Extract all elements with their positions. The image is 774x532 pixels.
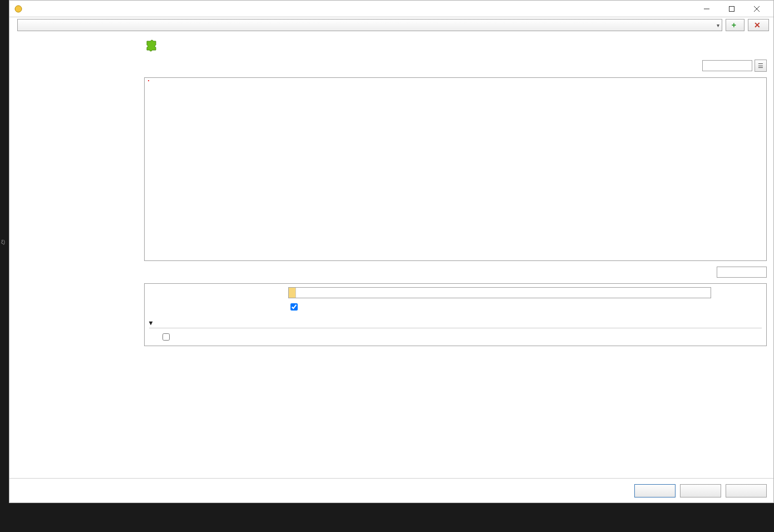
svg-rect-2 xyxy=(729,6,734,11)
x-icon: ✕ xyxy=(754,21,761,29)
configuration-bar: ▾ + ✕ xyxy=(9,17,773,33)
frameworks-filter-input[interactable] xyxy=(702,60,752,71)
annotation-highlight-box xyxy=(148,80,149,81)
page-header xyxy=(144,37,767,54)
delete-configuration-button[interactable]: ✕ xyxy=(748,19,769,31)
plus-icon: + xyxy=(732,21,736,29)
close-button[interactable] xyxy=(744,1,769,17)
puzzle-icon xyxy=(144,38,159,53)
maximize-button[interactable] xyxy=(719,1,744,17)
ok-button[interactable] xyxy=(634,484,676,497)
svg-point-0 xyxy=(15,6,22,12)
hal-sources-select[interactable] xyxy=(288,287,711,298)
chevron-down-icon: ▾ xyxy=(717,22,719,28)
project-properties-window: ▾ + ✕ ☰ xyxy=(9,0,774,503)
support-legacy-checkbox[interactable] xyxy=(290,303,298,311)
dialog-footer xyxy=(9,478,773,503)
filter-options-button[interactable]: ☰ xyxy=(755,60,767,72)
main-panel: ☰ xyxy=(142,33,773,478)
truncated-text: ξ) xyxy=(1,239,5,245)
sidebar xyxy=(9,33,142,478)
ll-section-header[interactable]: ▾ xyxy=(149,318,762,328)
hal-sources-selected xyxy=(289,288,296,298)
collapse-icon: ▾ xyxy=(149,319,152,327)
add-configuration-button[interactable]: + xyxy=(726,19,745,31)
titlebar xyxy=(9,1,773,17)
framework-config-panel: ▾ xyxy=(144,283,767,346)
minimize-button[interactable] xyxy=(694,1,719,17)
config-filter-input[interactable] xyxy=(717,267,767,278)
configuration-select[interactable]: ▾ xyxy=(17,19,722,31)
app-icon xyxy=(14,4,23,13)
frameworks-list xyxy=(144,77,767,261)
list-icon: ☰ xyxy=(758,62,763,70)
ll-enable-checkbox[interactable] xyxy=(162,333,170,341)
apply-button[interactable] xyxy=(726,484,767,497)
cancel-button[interactable] xyxy=(680,484,721,497)
